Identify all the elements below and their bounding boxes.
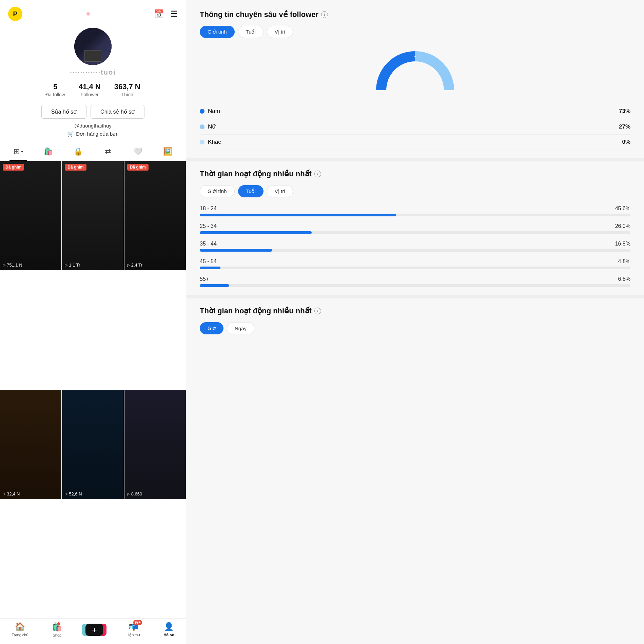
- pinned-badge-2: Đã ghim: [65, 164, 86, 171]
- bar-45-54: 45 - 54 4.8%: [200, 258, 630, 269]
- header: P 📅 ☰: [0, 0, 186, 24]
- female-label: Nữ: [208, 123, 216, 130]
- follower-section-title: Thông tin chuyên sâu về follower i: [200, 10, 630, 19]
- bar-55plus: 55+ 6.8%: [200, 276, 630, 287]
- logo[interactable]: P: [8, 7, 22, 21]
- activity1-filter-age[interactable]: Tuổi: [238, 185, 264, 197]
- username-placeholder: ············tuoi: [70, 69, 116, 76]
- activity1-info-icon[interactable]: i: [314, 171, 321, 177]
- tab-repost[interactable]: ⇄: [93, 142, 123, 161]
- lock-icon: 🔒: [74, 147, 83, 156]
- nav-add[interactable]: +: [85, 624, 103, 636]
- other-label: Khác: [208, 139, 221, 145]
- age-bar-chart: 18 - 24 45.6% 25 - 34 26.0% 35 - 44 16.8…: [200, 206, 630, 287]
- video-item-6[interactable]: ▷ 8.660: [124, 390, 186, 499]
- legend-female-left: Nữ: [200, 123, 216, 130]
- play-icon-3: ▷: [127, 263, 130, 267]
- stat-following: 5 Đã follow: [45, 82, 65, 97]
- bar-18-24-fill: [200, 214, 396, 216]
- tab-liked[interactable]: 🤍: [123, 142, 153, 161]
- nav-home[interactable]: 🏠 Trang chủ: [12, 622, 28, 637]
- avatar: [74, 28, 112, 65]
- legend-female: Nữ 27%: [200, 119, 630, 135]
- tab-grid[interactable]: ⊞ ▾: [3, 142, 33, 161]
- cart-icon: 🛒: [67, 131, 74, 137]
- grid-dropdown[interactable]: ⊞ ▾: [14, 147, 23, 156]
- bar-35-44: 35 - 44 16.8%: [200, 241, 630, 252]
- stat-followers: 41,4 N Follower: [79, 82, 101, 97]
- video-grid: Đã ghim ▷ 751,1 N Đã ghim ▷ 1,1 Tr Đã gh…: [0, 161, 186, 618]
- tab-collection[interactable]: 🖼️: [153, 142, 182, 161]
- video-item-3[interactable]: Đã ghim ▷ 2,4 Tr: [124, 161, 186, 270]
- filter-tab-age[interactable]: Tuổi: [238, 26, 264, 38]
- bar-25-34: 25 - 34 26.0%: [200, 223, 630, 234]
- nav-profile-label: Hồ sơ: [163, 633, 174, 637]
- video-item-4[interactable]: ▷ 32,4 N: [0, 390, 61, 499]
- bar-35-44-range: 35 - 44: [200, 241, 217, 247]
- bar-55plus-pct: 6.8%: [618, 276, 630, 282]
- video-item-2[interactable]: Đã ghim ▷ 1,1 Tr: [62, 161, 123, 270]
- bar-18-24-pct: 45.6%: [615, 206, 630, 212]
- order-link-text: Đơn hàng của bạn: [76, 131, 119, 137]
- nav-inbox-label: Hộp thư: [126, 633, 140, 637]
- video-views-6: ▷ 8.660: [127, 491, 142, 496]
- bar-18-24-range: 18 - 24: [200, 206, 217, 212]
- heart-icon: 🤍: [133, 147, 142, 156]
- gender-chart-container: [200, 46, 630, 94]
- bar-18-24-track: [200, 214, 630, 216]
- bar-45-54-range: 45 - 54: [200, 258, 217, 265]
- shop-nav-icon: 🛍️: [52, 622, 62, 632]
- likes-value: 363,7 N: [114, 82, 140, 91]
- activity1-filter-gender[interactable]: Giới tính: [200, 185, 235, 197]
- profile-icon: 👤: [164, 622, 174, 631]
- activity2-filter-tabs: Giờ Ngày: [200, 322, 630, 334]
- activity1-filter-tabs: Giới tính Tuổi Vị trí: [200, 185, 630, 197]
- menu-icon[interactable]: ☰: [170, 9, 178, 19]
- male-pct: 73%: [619, 108, 630, 115]
- section-divider-2: [186, 295, 644, 298]
- filter-tab-day[interactable]: Ngày: [227, 322, 254, 334]
- video-views-3: ▷ 2,4 Tr: [127, 262, 142, 268]
- calendar-icon[interactable]: 📅: [154, 9, 164, 19]
- header-center: [86, 12, 90, 16]
- bar-25-34-range: 25 - 34: [200, 223, 217, 229]
- video-item-5[interactable]: ▷ 52,6 N: [62, 390, 123, 499]
- legend-male-left: Nam: [200, 108, 220, 115]
- play-icon-4: ▷: [3, 492, 5, 496]
- profile-section: ············tuoi 5 Đã follow 41,4 N Foll…: [0, 24, 186, 140]
- followers-label: Follower: [81, 92, 99, 97]
- tab-lock[interactable]: 🔒: [63, 142, 93, 161]
- bar-45-54-pct: 4.8%: [618, 258, 630, 265]
- play-icon-6: ▷: [127, 492, 130, 496]
- nav-profile[interactable]: 👤 Hồ sơ: [163, 622, 174, 637]
- nav-shop-label: Shop: [53, 633, 62, 637]
- activity1-filter-location[interactable]: Vị trí: [267, 185, 293, 197]
- filter-tab-location[interactable]: Vị trí: [267, 26, 293, 38]
- male-label: Nam: [208, 108, 220, 115]
- legend-male: Nam 73%: [200, 104, 630, 119]
- bar-45-54-fill: [200, 267, 220, 269]
- bar-25-34-track: [200, 231, 630, 234]
- play-icon-5: ▷: [65, 492, 67, 496]
- tab-shop[interactable]: 🛍️: [33, 142, 63, 161]
- order-link[interactable]: 🛒 Đơn hàng của bạn: [67, 131, 119, 137]
- bar-45-54-track: [200, 267, 630, 269]
- nav-inbox[interactable]: 📬 99+ Hộp thư: [126, 622, 140, 637]
- gender-donut-chart: [371, 46, 459, 94]
- filter-tab-hour[interactable]: Giờ: [200, 322, 223, 334]
- nav-shop[interactable]: 🛍️ Shop: [52, 622, 62, 637]
- edit-profile-button[interactable]: Sửa hồ sơ: [41, 105, 86, 119]
- filter-tab-gender[interactable]: Giới tính: [200, 26, 235, 38]
- female-pct: 27%: [619, 123, 630, 130]
- bar-25-34-fill: [200, 231, 312, 234]
- follower-info-icon[interactable]: i: [321, 11, 328, 18]
- shop-icon: 🛍️: [44, 147, 53, 156]
- stat-likes: 363,7 N Thích: [114, 82, 140, 97]
- activity2-info-icon[interactable]: i: [314, 308, 321, 314]
- grid-icon: ⊞: [14, 147, 20, 156]
- share-profile-button[interactable]: Chia sẻ hồ sơ: [91, 105, 144, 119]
- video-views-2: ▷ 1,1 Tr: [65, 262, 80, 268]
- nav-home-label: Trang chủ: [12, 633, 28, 637]
- video-item-1[interactable]: Đã ghim ▷ 751,1 N: [0, 161, 61, 270]
- bar-55plus-track: [200, 284, 630, 287]
